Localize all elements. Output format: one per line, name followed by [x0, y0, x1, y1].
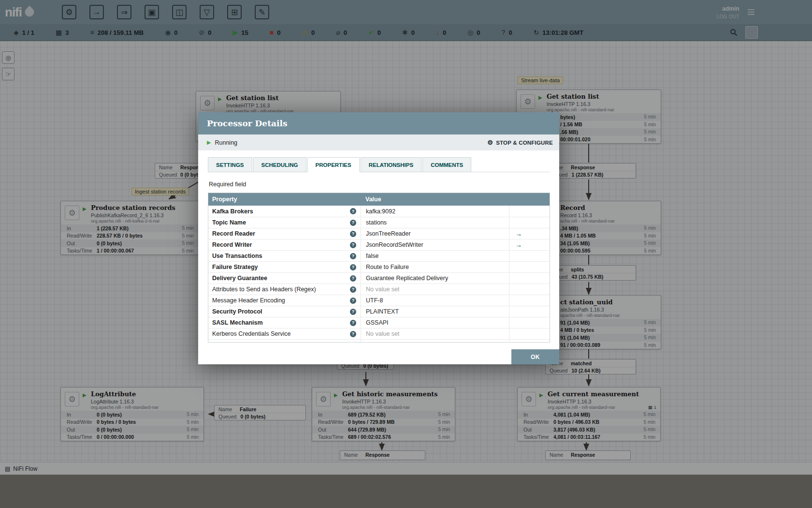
property-value: PLAINTEXT: [366, 308, 399, 315]
stop-and-configure-button[interactable]: ⚙ STOP & CONFIGURE: [487, 139, 553, 146]
property-value: No value set: [366, 330, 399, 337]
property-name: Topic Name: [212, 219, 350, 226]
help-icon[interactable]: ?: [350, 242, 356, 248]
property-name: Record Reader: [212, 230, 350, 237]
dialog-title: Processor Details: [198, 112, 559, 134]
property-row: ?: [208, 339, 550, 342]
tab-comments[interactable]: COMMENTS: [422, 157, 471, 172]
go-to-service-icon[interactable]: →: [515, 230, 522, 238]
property-row: Kerberos Credentials Service ? No value …: [208, 328, 550, 339]
help-icon[interactable]: ?: [350, 309, 356, 315]
property-row: Kafka Brokers ? kafka:9092: [208, 206, 550, 217]
property-value: kafka:9092: [366, 208, 395, 215]
properties-table-header: Property Value: [208, 193, 550, 206]
run-status-label: Running: [215, 139, 237, 146]
property-rows: Kafka Brokers ? kafka:9092 Topic Name ? …: [208, 206, 550, 342]
help-icon[interactable]: ?: [350, 275, 356, 282]
dialog-body: SETTINGSSCHEDULINGPROPERTIESRELATIONSHIP…: [198, 150, 559, 364]
running-icon: ▶: [207, 139, 211, 146]
dialog-status-strip: ▶ Running ⚙ STOP & CONFIGURE: [198, 134, 559, 150]
property-name: Kafka Brokers: [212, 208, 350, 215]
help-icon[interactable]: ?: [350, 208, 356, 214]
property-value: GSSAPI: [366, 319, 389, 326]
tab-scheduling[interactable]: SCHEDULING: [253, 157, 306, 172]
property-row: SASL Mechanism ? GSSAPI: [208, 317, 550, 328]
property-row: Use Transactions ? false: [208, 250, 550, 261]
nifi-app: ⚙ ▶ Get station list InvokeHTTP 1.16.3 o…: [0, 0, 812, 508]
help-icon[interactable]: ?: [350, 298, 356, 304]
property-row: Message Header Encoding ? UTF-8: [208, 295, 550, 306]
property-row: Record Writer ? JsonRecordSetWriter →: [208, 239, 550, 250]
tab-relationships[interactable]: RELATIONSHIPS: [361, 157, 421, 172]
processor-details-dialog: Processor Details ▶ Running ⚙ STOP & CON…: [198, 112, 559, 364]
property-value: stations: [366, 219, 387, 226]
property-row: Security Protocol ? PLAINTEXT: [208, 306, 550, 317]
dialog-tabs: SETTINGSSCHEDULINGPROPERTIESRELATIONSHIP…: [208, 157, 550, 172]
property-name: Use Transactions: [212, 253, 350, 259]
help-icon[interactable]: ?: [350, 331, 356, 337]
properties-table: Property Value Kafka Brokers ? kafka:909…: [208, 193, 550, 343]
help-icon[interactable]: ?: [350, 264, 356, 270]
property-name: Message Header Encoding: [212, 297, 350, 304]
property-name: Kerberos Credentials Service: [212, 330, 350, 337]
property-value: JsonRecordSetWriter: [366, 241, 423, 248]
property-value: Route to Failure: [366, 264, 409, 270]
help-icon[interactable]: ?: [350, 286, 356, 293]
tab-settings[interactable]: SETTINGS: [208, 157, 252, 172]
property-column-header: Property: [208, 196, 361, 203]
help-icon[interactable]: ?: [350, 320, 356, 326]
property-value: No value set: [366, 286, 399, 293]
help-icon[interactable]: ?: [350, 220, 356, 226]
property-value: UTF-8: [366, 297, 383, 304]
go-to-service-icon[interactable]: →: [515, 241, 522, 249]
property-row: Attributes to Send as Headers (Regex) ? …: [208, 284, 550, 295]
property-name: SASL Mechanism: [212, 319, 350, 326]
tab-properties[interactable]: PROPERTIES: [307, 157, 360, 172]
property-value: JsonTreeReader: [366, 230, 411, 237]
ok-button[interactable]: OK: [511, 349, 559, 364]
property-value: Guarantee Replicated Delivery: [366, 275, 448, 282]
stop-and-configure-label: STOP & CONFIGURE: [496, 140, 553, 146]
help-icon[interactable]: ?: [350, 231, 356, 237]
property-name: Failure Strategy: [212, 264, 350, 270]
property-name: Record Writer: [212, 241, 350, 248]
property-value: false: [366, 253, 378, 259]
property-name: Delivery Guarantee: [212, 275, 350, 282]
property-name: Security Protocol: [212, 308, 350, 315]
property-row: Failure Strategy ? Route to Failure: [208, 261, 550, 272]
property-name: Attributes to Send as Headers (Regex): [212, 286, 350, 293]
gear-icon: ⚙: [487, 139, 493, 146]
required-field-note: Required field: [209, 181, 550, 188]
help-icon[interactable]: ?: [350, 253, 356, 259]
property-row: Record Reader ? JsonTreeReader →: [208, 228, 550, 239]
property-row: Delivery Guarantee ? Guarantee Replicate…: [208, 272, 550, 284]
property-row: Topic Name ? stations: [208, 217, 550, 228]
value-column-header: Value: [361, 196, 509, 203]
